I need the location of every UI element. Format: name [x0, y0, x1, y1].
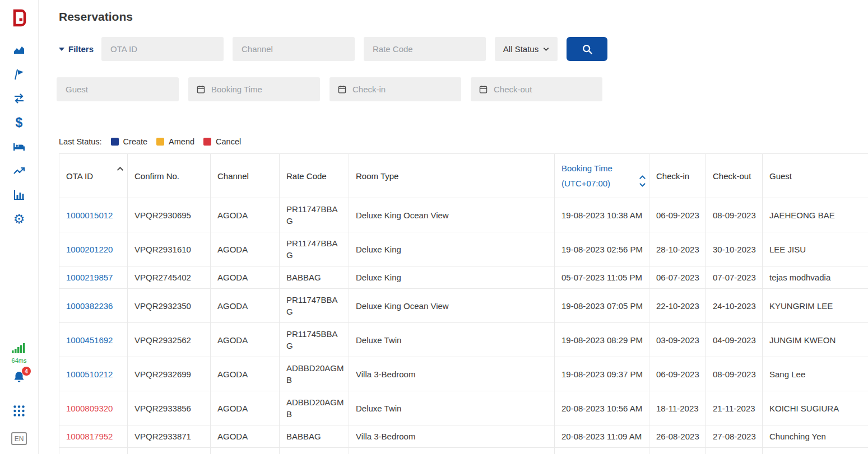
channel-input[interactable] — [233, 37, 355, 61]
confirm-no-cell: VPQR2745402 — [128, 266, 211, 289]
table-header-row: OTA ID Confirm No. Channel Rate Code Roo… — [59, 154, 868, 198]
apps-grid-icon[interactable] — [12, 404, 26, 420]
confirm-no-cell: VPQR2932699 — [128, 357, 211, 391]
check-in-cell: 06-09-2023 — [649, 357, 706, 391]
language-selector[interactable]: EN — [11, 432, 27, 445]
confirm-no-cell: VPQR2931610 — [128, 232, 211, 266]
channels-flag-icon[interactable] — [12, 68, 26, 81]
col-channel[interactable]: Channel — [211, 154, 280, 198]
confirm-no-cell: VPQR2932562 — [128, 323, 211, 357]
booking-time-placeholder: Booking Time — [211, 85, 262, 94]
guest-cell: KOICHI SUGIURA — [763, 391, 868, 425]
ota-id-cell: 1000382236 — [59, 289, 128, 323]
rate-code-cell: ADBBD20AGMB — [280, 357, 349, 391]
check-out-cell: 04-09-2023 — [706, 323, 763, 357]
caret-down-icon — [59, 48, 64, 51]
col-booking-time[interactable]: Booking Time (UTC+07:00) — [555, 154, 649, 198]
transfers-swap-icon[interactable] — [12, 92, 26, 105]
room-type-cell: Deluxe Twin — [349, 391, 555, 425]
ota-id-cell: 1000219857 — [59, 266, 128, 289]
confirm-no-cell: VPQR2933856 — [128, 391, 211, 425]
col-rate-code[interactable]: Rate Code — [280, 154, 349, 198]
rate-code-cell: ADBBD20AGMB — [280, 391, 349, 425]
guest-cell: JUNGIM KWEON — [763, 323, 868, 357]
booking-time-cell: 20-08-2023 10:56 AM — [555, 391, 649, 425]
ota-id-link[interactable]: 1000201220 — [66, 245, 113, 254]
status-select-value: All Status — [503, 44, 539, 54]
ota-id-link[interactable]: 1000809320 — [66, 404, 113, 413]
col-check-in[interactable]: Check-in — [649, 154, 706, 198]
check-in-cell: 28-10-2023 — [649, 232, 706, 266]
ota-id-link[interactable]: 1000382236 — [66, 301, 113, 311]
room-type-cell: Deluxe King — [349, 232, 555, 266]
check-in-cell: 06-07-2023 — [649, 266, 706, 289]
col-guest[interactable]: Guest — [763, 154, 868, 198]
guest-cell: Chunching Yen — [763, 425, 868, 448]
area-chart-icon[interactable] — [12, 44, 26, 57]
trending-up-icon[interactable] — [12, 164, 26, 177]
sort-both-icon[interactable] — [639, 175, 646, 188]
ota-id-link[interactable]: 1000510212 — [66, 369, 113, 379]
finance-dollar-icon[interactable]: $ — [12, 116, 26, 129]
check-in-placeholder: Check-in — [352, 85, 386, 94]
check-out-cell: 27-08-2023 — [706, 425, 763, 448]
ota-id-link[interactable]: 1000451692 — [66, 335, 113, 345]
room-type-cell: Villa 3-Bedroom — [349, 425, 555, 448]
channel-cell: AGODA — [211, 198, 280, 232]
calendar-icon — [196, 85, 206, 94]
col-ota-id[interactable]: OTA ID — [59, 154, 128, 198]
sort-asc-icon[interactable] — [117, 166, 124, 171]
col-confirm-no[interactable]: Confirm No. — [128, 154, 211, 198]
notifications-bell-icon[interactable]: 4 — [12, 371, 26, 386]
create-swatch — [111, 138, 119, 146]
filter-row-2: Booking Time Check-in Check-out — [57, 77, 868, 101]
check-in-cell: 03-09-2023 — [649, 323, 706, 357]
ota-id-cell: 1001051068 — [59, 448, 128, 454]
rooms-bed-icon[interactable] — [12, 140, 26, 153]
table-row: 1000382236 VPQR2932350 AGODA PR11747BBAG… — [59, 289, 868, 323]
channel-cell: AGODA — [211, 425, 280, 448]
guest-input[interactable] — [57, 77, 179, 101]
booking-time-cell: 19-08-2023 10:38 AM — [555, 198, 649, 232]
channel-cell: AGODA — [211, 448, 280, 454]
filter-row-1: Filters All Status — [59, 37, 868, 61]
ota-id-link[interactable]: 1000219857 — [66, 273, 113, 282]
filters-toggle[interactable]: Filters — [59, 44, 92, 54]
table-row: 1000809320 VPQR2933856 AGODA ADBBD20AGMB… — [59, 391, 868, 425]
check-in-picker[interactable]: Check-in — [329, 77, 461, 101]
calendar-icon — [479, 85, 488, 94]
check-out-cell: 21-11-2023 — [706, 391, 763, 425]
reservations-table-wrap: OTA ID Confirm No. Channel Rate Code Roo… — [59, 153, 868, 454]
status-select[interactable]: All Status — [495, 37, 558, 61]
ota-id-cell: 1000015012 — [59, 198, 128, 232]
col-check-out[interactable]: Check-out — [706, 154, 763, 198]
ota-id-link[interactable]: 1000817952 — [66, 432, 113, 441]
reports-bar-chart-icon[interactable] — [12, 188, 26, 202]
booking-time-cell: 05-07-2023 11:05 PM — [555, 266, 649, 289]
latency-label: 64ms — [12, 357, 27, 364]
check-out-picker[interactable]: Check-out — [471, 77, 602, 101]
channel-cell: AGODA — [211, 289, 280, 323]
check-in-cell: 26-08-2023 — [649, 425, 706, 448]
check-out-cell: 24-10-2023 — [706, 289, 763, 323]
guest-cell: JAEHEONG BAE — [763, 198, 868, 232]
ota-id-input[interactable] — [101, 37, 224, 61]
settings-gear-icon[interactable]: ⚙ — [12, 212, 26, 226]
rate-code-input[interactable] — [364, 37, 486, 61]
booking-time-picker[interactable]: Booking Time — [188, 77, 320, 101]
search-button[interactable] — [567, 37, 607, 61]
check-out-cell: 08-09-2023 — [706, 357, 763, 391]
confirm-no-cell: VPQR2930695 — [128, 198, 211, 232]
ota-id-cell: 1000809320 — [59, 391, 128, 425]
booking-time-cell: 20-08-2023 04:24 PM — [555, 448, 649, 454]
guest-cell: KYUNGRIM LEE — [763, 289, 868, 323]
ota-id-link[interactable]: 1000015012 — [66, 210, 113, 220]
room-type-cell: Deluxe Twin — [349, 323, 555, 357]
calendar-icon — [337, 85, 347, 94]
booking-time-cell: 19-08-2023 08:29 PM — [555, 323, 649, 357]
room-type-cell: Villa 3-Bedroom — [349, 448, 555, 454]
table-row: 1000219857 VPQR2745402 AGODA BABBAG Delu… — [59, 266, 868, 289]
col-room-type[interactable]: Room Type — [349, 154, 555, 198]
brand-logo[interactable] — [11, 8, 27, 30]
search-icon — [581, 43, 593, 55]
